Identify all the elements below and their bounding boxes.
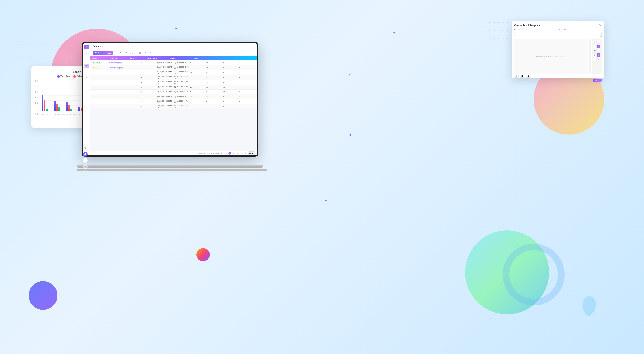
sidebar [83, 43, 90, 155]
toolbar-grid2-icon[interactable]: ⊡ [593, 54, 596, 57]
table-row: Started Month end campaign 10 Dec 14, 20… [90, 65, 257, 70]
leaf-decoration [580, 294, 598, 319]
char-counter: 0/50 [559, 36, 602, 38]
pagination: Showing 1 to 10 of 25 Entries ⟨⟨ ‹ 1 2 3… [90, 150, 257, 155]
bar-undelivered-dec23 [70, 109, 72, 111]
cell-col7-9: 9 [206, 101, 222, 102]
tab-all-campaigns[interactable]: All Campaigns [93, 51, 114, 55]
cell-views-2: 3 [190, 67, 205, 68]
email-template-panel: Create Email Template ✕ Name * Subject *… [512, 21, 604, 78]
bar-total-dec23 [66, 102, 68, 111]
sparkle-6: ✦ [349, 73, 351, 76]
col-created: Created On ▾ [147, 58, 157, 59]
cell-modified-10: Dec 1, 2023 1:05 PM IST [174, 105, 189, 108]
email-panel-footer: Save [514, 78, 602, 82]
cell-col9-2: 5 [239, 67, 255, 68]
cell-col8-10: 0/0 [223, 106, 238, 107]
desktop-view-btn[interactable]: 🖥 [514, 75, 518, 78]
cell-modified-6: Dec 5, 2023 8:30 PM IST [174, 86, 189, 89]
mobile-view-btn[interactable]: 📲 [526, 75, 530, 78]
table-row: 9 Dec 5, 2023 8:38 PM IST Dec 5, 2023 8:… [90, 80, 257, 85]
sidebar-icon-phone[interactable] [84, 58, 89, 62]
cell-modified-1: Dec 15, 2023 1:41 PM IST [174, 61, 189, 64]
cell-modified-5: Dec 5, 2023 8:38 PM IST [174, 81, 189, 84]
table-row: 8 Dec 1, 2023 1:05 PM IST Dec 1, 2023 1:… [90, 104, 257, 109]
main-content: Campaign All Campaigns Create C [90, 43, 257, 155]
name-input[interactable] [514, 32, 557, 36]
sidebar-icon-settings[interactable] [84, 70, 89, 74]
sidebar-search-icon[interactable] [83, 146, 88, 150]
cell-modified-8: Dec 4, 2023 12:40 PM IST [174, 95, 189, 98]
toolbar-active2-icon[interactable]: ⊞ [597, 54, 600, 57]
toolbar-image-icon[interactable]: 🖼 [593, 49, 596, 52]
subject-input[interactable] [559, 32, 602, 36]
cell-created-3: Dec 7, 2023 7:41 PM IST [157, 71, 173, 74]
toolbar-row-2: T ✦ [593, 44, 600, 48]
page-2-btn[interactable]: 2 [232, 152, 235, 155]
email-toolbar: ⊞ H T ✦ 🖼 ― ⊡ ⊞ </> ≡ [592, 39, 602, 74]
name-label: Name * [514, 29, 557, 31]
page-1-btn[interactable]: 1 [228, 152, 231, 155]
cell-col7-2: 15 [206, 67, 222, 68]
cell-name-2[interactable]: Month end campaign [108, 67, 140, 68]
cell-col7-1: 30 [206, 62, 222, 64]
sidebar-icon-home[interactable] [84, 45, 89, 50]
table-row: 15 Dec 4, 2023 12:16 PM IST Dec 4, 2023 … [90, 94, 257, 99]
tab-create-campaign[interactable]: Create Campaign [115, 51, 136, 55]
toolbar-code-icon[interactable]: </> [593, 58, 596, 61]
email-bottom-bar: 🖥 📱 📲 [514, 75, 602, 78]
cell-col7-4: 9 [206, 76, 222, 78]
toolbar-active-icon[interactable]: ✦ [597, 44, 600, 48]
page-3-btn[interactable]: 3 [236, 152, 239, 155]
subject-label: Subject * [559, 29, 602, 31]
sidebar-user-icon[interactable] [83, 158, 88, 163]
cell-views-8: 34 [190, 96, 205, 98]
cell-lists-4: 6 [141, 76, 156, 78]
cell-lists-1: 4 [141, 62, 156, 64]
page-prev-btn[interactable]: ‹ [224, 152, 228, 155]
cell-views-4: 5 [190, 76, 205, 78]
cell-col8-8: 0/0 [223, 96, 238, 98]
sidebar-icon-campaigns[interactable] [84, 64, 89, 68]
bar-group-dec21 [42, 95, 52, 111]
save-button[interactable]: Save [593, 78, 602, 82]
cell-name-1[interactable]: Year end campaign [108, 62, 140, 64]
sidebar-disabled-icon2 [83, 170, 88, 175]
cell-views-1: 5 [190, 62, 205, 64]
floating-ball [196, 248, 210, 261]
table-row: 11 Dec 7, 2023 7:41 PM IST Dec 11, 2023 … [90, 70, 257, 75]
toolbar-table-icon[interactable]: ⊞ [593, 40, 596, 44]
pagination-showing: Showing 1 to 10 of 25 Entries [199, 152, 220, 154]
chart-y-labels: 3.0 2.5 2.0 1.5 1.0 0.5 0.0 [35, 80, 39, 115]
page-first-btn[interactable]: ⟨⟨ [220, 152, 224, 155]
laptop-foot [77, 168, 267, 171]
per-page-select[interactable]: 10 25 50 [248, 152, 255, 155]
table-header: Status ▾ Name ▾ Lists Created On ▾ Modif… [90, 56, 257, 60]
sidebar-help-icon[interactable] [83, 152, 88, 157]
sidebar-icon-more[interactable] [84, 76, 89, 80]
cell-views-3: 45 [190, 72, 205, 73]
grid-icon-campaigns [108, 52, 111, 54]
toolbar-divider-icon[interactable]: ― [597, 49, 600, 52]
top-bar: Campaign [90, 43, 257, 50]
sidebar-icon-contacts[interactable] [84, 51, 89, 56]
bg-dots-blue [22, 44, 48, 62]
table-row: 6 Dec 7, 2023 7:30 PM IST Dec 7, 2023 7:… [90, 75, 257, 80]
page-title: Campaign [93, 45, 103, 48]
email-panel-close[interactable]: ✕ [599, 24, 602, 27]
cell-col9-5: 10 [239, 82, 255, 83]
tablet-view-btn[interactable]: 📱 [520, 75, 524, 78]
toolbar-heading-icon[interactable]: H [597, 40, 600, 44]
cell-created-10: Dec 1, 2023 1:05 PM IST [157, 105, 173, 108]
page-next-btn[interactable]: › [240, 152, 243, 155]
cell-created-6: Dec 5, 2023 8:30 PM IST [157, 86, 173, 89]
tab-all-templates[interactable]: All Templates [137, 51, 154, 55]
cell-modified-9: Dec 1, 2023 3:15 PM IST [174, 100, 189, 103]
name-field: Name * [514, 29, 557, 38]
toolbar-text-icon[interactable]: T [593, 44, 596, 48]
page-last-btn[interactable]: ⟩⟩ [244, 152, 247, 155]
table-row: 10 Dec 5, 2023 8:30 PM IST Dec 5, 2023 8… [90, 85, 257, 90]
email-form-fields: Name * Subject * 0/50 [514, 29, 602, 38]
toolbar-list-icon[interactable]: ≡ [597, 58, 600, 61]
cell-col9-4: 4 [239, 76, 255, 78]
